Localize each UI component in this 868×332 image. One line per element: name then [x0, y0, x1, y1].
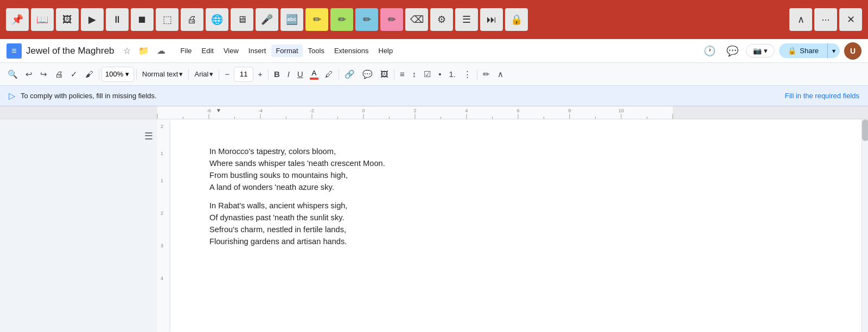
docs-logo: ≡ — [7, 43, 22, 59]
doc-content: In Morocco's tapestry, colors bloom,Wher… — [209, 145, 822, 247]
menu-help[interactable]: Help — [374, 44, 398, 57]
main-area: ☰ 2 1 1 2 3 4 In Morocco's tapestry, col… — [0, 119, 868, 332]
font-increase-btn[interactable]: + — [254, 66, 266, 82]
menu-format[interactable]: Format — [271, 44, 302, 57]
menu-view[interactable]: View — [219, 44, 243, 57]
list-icon[interactable]: ☰ — [455, 8, 478, 31]
format-toolbar: 🔍 ↩ ↪ 🖨 ✓ 🖌 100% ▾ Normal text ▾ Arial ▾… — [0, 63, 868, 86]
menu-tools[interactable]: Tools — [304, 44, 329, 57]
collapse-icon[interactable]: ∧ — [789, 8, 812, 31]
paint-format-btn[interactable]: 🖌 — [82, 66, 97, 82]
stop-icon[interactable]: ⏹ — [131, 8, 154, 31]
pin-icon[interactable]: 📌 — [6, 8, 29, 31]
print-btn[interactable]: 🖨 — [52, 66, 66, 82]
history-icon[interactable]: 🕐 — [700, 42, 719, 60]
checklist-btn[interactable]: ☑ — [420, 66, 434, 82]
line-1-2: Sefrou's charm, nestled in fertile lands… — [209, 224, 822, 235]
avatar: U — [844, 42, 861, 60]
svg-text:-2: -2 — [310, 108, 314, 113]
align-btn[interactable]: ≡ — [397, 66, 408, 82]
image-inline-btn[interactable]: 🖼 — [377, 66, 392, 82]
share-dropdown[interactable]: ▾ — [827, 43, 840, 58]
play-icon[interactable]: ▶ — [81, 8, 104, 31]
banner-link[interactable]: Fill in the required fields — [785, 92, 859, 100]
globe-icon[interactable]: 🌐 — [206, 8, 228, 31]
more-icon[interactable]: ··· — [814, 8, 837, 31]
line-spacing-btn[interactable]: ↕ — [409, 66, 420, 82]
next-icon[interactable]: ⏭ — [480, 8, 503, 31]
underline-btn[interactable]: U — [294, 66, 307, 82]
svg-text:8: 8 — [568, 108, 571, 113]
pen-pink-icon[interactable]: ✏ — [380, 8, 403, 31]
pen-yellow-icon[interactable]: ✏ — [305, 8, 328, 31]
star-icon[interactable]: ☆ — [121, 44, 133, 57]
text-color-btn[interactable]: A — [308, 68, 321, 81]
translate-icon[interactable]: 🔤 — [280, 8, 303, 31]
line-0-1: Where sands whisper tales 'neath crescen… — [209, 157, 822, 169]
monitor-icon[interactable]: 🖥 — [231, 8, 253, 31]
comment-inline-btn[interactable]: 💬 — [359, 66, 376, 82]
search-btn[interactable]: 🔍 — [4, 66, 21, 82]
numbered-list-btn[interactable]: 1. — [445, 66, 459, 82]
paragraph-1: In Rabat's walls, ancient whispers sigh,… — [209, 200, 822, 247]
image-icon[interactable]: 🖼 — [56, 8, 79, 31]
svg-text:4: 4 — [465, 108, 468, 113]
mic-icon[interactable]: 🎤 — [256, 8, 278, 31]
pen-blue-icon[interactable]: ✏ — [355, 8, 378, 31]
move-icon[interactable]: 📁 — [136, 44, 151, 57]
zoom-selector[interactable]: 100% ▾ — [101, 67, 134, 82]
menu-edit[interactable]: Edit — [197, 44, 218, 57]
edit-mode-btn[interactable]: ✏ — [480, 66, 493, 82]
italic-btn[interactable]: I — [284, 66, 293, 82]
undo-btn[interactable]: ↩ — [22, 66, 36, 82]
link-btn[interactable]: 🔗 — [341, 66, 358, 82]
menu-file[interactable]: File — [176, 44, 196, 57]
top-toolbar: 📌📖🖼▶⏸⏹⬚🖨🌐🖥🎤🔤✏✏✏✏⌫⚙☰⏭🔒 ∧···✕ — [0, 0, 868, 39]
font-size-box[interactable]: 11 — [234, 67, 253, 82]
print-icon[interactable]: 🖨 — [181, 8, 203, 31]
scrollbar-thumb[interactable] — [862, 119, 868, 141]
settings-icon[interactable]: ⚙ — [430, 8, 453, 31]
pen-green-icon[interactable]: ✏ — [330, 8, 353, 31]
menu-insert[interactable]: Insert — [244, 44, 271, 57]
meet-button[interactable]: 📷 ▾ — [746, 44, 775, 58]
ruler-scale: -6-4-20246810 ▼ — [0, 106, 868, 119]
select-icon[interactable]: ⬚ — [156, 8, 178, 31]
font-selector[interactable]: Arial ▾ — [191, 66, 216, 82]
eraser-icon[interactable]: ⌫ — [405, 8, 428, 31]
share-wrap: 🔒 Share ▾ — [779, 43, 840, 58]
bullet-list-btn[interactable]: • — [435, 66, 444, 82]
line-0-0: In Morocco's tapestry, colors bloom, — [209, 145, 822, 157]
outline-icon[interactable]: ☰ — [144, 130, 153, 142]
menu-extensions[interactable]: Extensions — [330, 44, 373, 57]
close-icon[interactable]: ✕ — [839, 8, 862, 31]
cloud-icon[interactable]: ☁ — [155, 44, 168, 57]
spellcheck-btn[interactable]: ✓ — [67, 66, 81, 82]
share-button[interactable]: 🔒 Share — [779, 43, 827, 58]
header-right: 🕐 💬 📷 ▾ 🔒 Share ▾ U — [700, 42, 861, 60]
highlight-btn[interactable]: 🖊 — [322, 66, 336, 82]
text-color-bar — [310, 78, 318, 80]
comment-icon[interactable]: 💬 — [723, 42, 742, 60]
lock-icon[interactable]: 🔒 — [505, 8, 528, 31]
more-format-btn[interactable]: ⋮ — [460, 66, 475, 82]
bold-btn[interactable]: B — [271, 66, 283, 82]
divider-3 — [188, 69, 189, 80]
divider-8 — [477, 69, 477, 80]
right-scrollbar[interactable] — [861, 119, 868, 332]
pause-icon[interactable]: ⏸ — [106, 8, 129, 31]
banner-icon: ▷ — [9, 91, 15, 101]
style-selector[interactable]: Normal text ▾ — [139, 66, 186, 82]
svg-text:2: 2 — [413, 108, 416, 113]
left-panel: ☰ — [0, 119, 157, 332]
font-decrease-btn[interactable]: − — [221, 66, 233, 82]
redo-btn[interactable]: ↪ — [37, 66, 50, 82]
divider-4 — [219, 69, 219, 80]
banner-text: To comply with policies, fill in missing… — [21, 92, 780, 100]
divider-1 — [99, 69, 99, 80]
divider-6 — [339, 69, 339, 80]
docs-header: ≡ Jewel of the Maghreb ☆ 📁 ☁ FileEditVie… — [0, 39, 868, 63]
collapse-toolbar-btn[interactable]: ∧ — [494, 66, 507, 82]
svg-text:0: 0 — [362, 108, 365, 113]
book-icon[interactable]: 📖 — [31, 8, 54, 31]
